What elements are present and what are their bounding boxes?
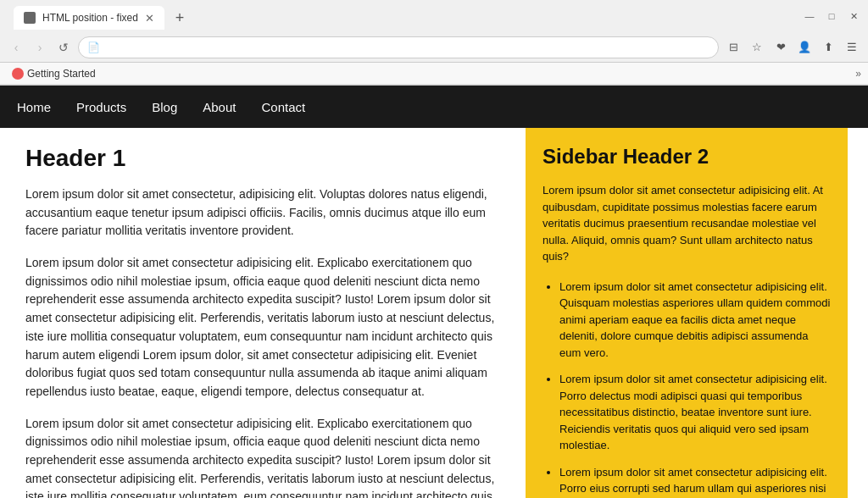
bookmarks-more-button[interactable]: »: [855, 68, 861, 80]
maximize-button[interactable]: □: [824, 8, 839, 24]
nav-blog[interactable]: Blog: [152, 100, 177, 114]
bookmark-star-icon[interactable]: ☆: [748, 38, 766, 57]
browser-chrome: HTML position - fixed ✕ + — □ ✕ ‹ › ↺ 📄 …: [0, 0, 868, 86]
pocket-icon[interactable]: ❤: [771, 38, 790, 57]
page-icon: 📄: [87, 42, 100, 53]
website-body: Header 1 Lorem ipsum dolor sit amet cons…: [0, 128, 868, 498]
tab-close-button[interactable]: ✕: [145, 12, 154, 25]
new-tab-button[interactable]: +: [168, 6, 192, 30]
sidebar-list: Lorem ipsum dolor sit amet consectetur a…: [542, 279, 831, 499]
list-item: Lorem ipsum dolor sit amet consectetur a…: [559, 464, 831, 499]
tab-favicon: [24, 12, 36, 24]
close-button[interactable]: ✕: [846, 8, 861, 24]
website-nav: Home Products Blog About Contact: [0, 86, 868, 128]
share-icon[interactable]: ⬆: [819, 38, 837, 57]
browser-toolbar: ‹ › ↺ 📄 ⊟ ☆ ❤ 👤 ⬆ ☰: [0, 32, 868, 63]
sidebar-header: Sidebar Header 2: [542, 145, 831, 169]
browser-tab[interactable]: HTML position - fixed ✕: [14, 6, 164, 30]
reload-button[interactable]: ↺: [54, 38, 73, 57]
titlebar: HTML position - fixed ✕ + — □ ✕: [0, 0, 868, 32]
profile-icon[interactable]: 👤: [795, 38, 814, 57]
nav-products[interactable]: Products: [76, 100, 126, 114]
bookmark-favicon: [12, 68, 24, 80]
tab-title: HTML position - fixed: [42, 12, 138, 24]
bookmark-getting-started[interactable]: Getting Started: [7, 66, 101, 81]
toolbar-icons: ⊟ ☆ ❤ 👤 ⬆ ☰: [724, 38, 861, 57]
back-button[interactable]: ‹: [7, 38, 25, 57]
address-bar[interactable]: 📄: [78, 36, 719, 58]
list-item: Lorem ipsum dolor sit amet consectetur a…: [559, 279, 831, 362]
sidebar: Sidebar Header 2 Lorem ipsum dolor sit a…: [526, 128, 848, 498]
main-header-1: Header 1: [25, 145, 500, 172]
list-item: Lorem ipsum dolor sit amet consectetur a…: [559, 371, 831, 454]
website: Home Products Blog About Contact Header …: [0, 86, 868, 498]
bookmark-label: Getting Started: [27, 68, 96, 80]
main-para-1: Lorem ipsum dolor sit amet consectetur, …: [25, 185, 500, 241]
nav-contact[interactable]: Contact: [261, 100, 305, 114]
sidebar-intro: Lorem ipsum dolor sit amet consectetur a…: [542, 182, 831, 265]
bookmarks-bar: Getting Started »: [0, 63, 868, 85]
minimize-button[interactable]: —: [802, 8, 817, 24]
nav-about[interactable]: About: [203, 100, 236, 114]
forward-button[interactable]: ›: [31, 38, 49, 57]
main-content: Header 1 Lorem ipsum dolor sit amet cons…: [0, 128, 526, 498]
window-controls: — □ ✕: [802, 8, 861, 24]
nav-home[interactable]: Home: [17, 100, 51, 114]
bookmark-list-icon[interactable]: ⊟: [724, 38, 743, 57]
main-para-3: Lorem ipsum dolor sit amet consectetur a…: [25, 415, 500, 498]
main-para-2: Lorem ipsum dolor sit amet consectetur a…: [25, 254, 500, 401]
menu-icon[interactable]: ☰: [843, 38, 861, 57]
